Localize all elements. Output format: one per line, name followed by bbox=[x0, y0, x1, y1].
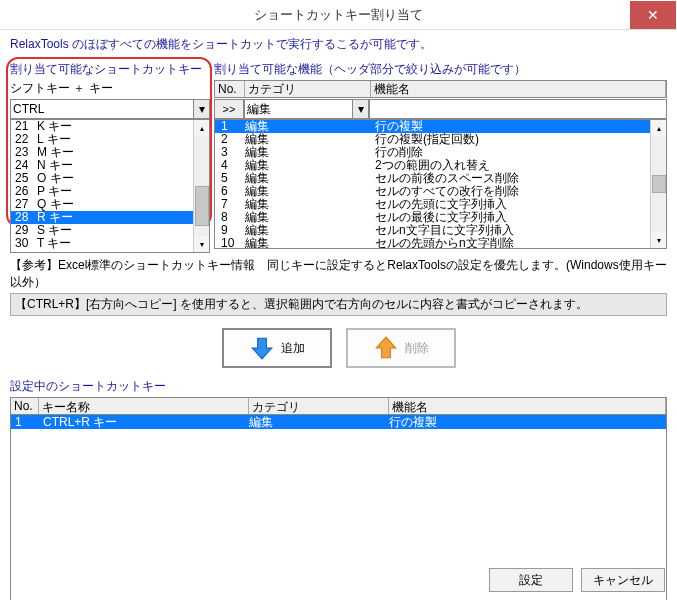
scroll-up-icon[interactable]: ▴ bbox=[651, 120, 667, 136]
cancel-button-label: キャンセル bbox=[593, 572, 653, 589]
ok-button[interactable]: 設定 bbox=[489, 568, 573, 592]
scrollbar[interactable]: ▴ ▾ bbox=[650, 120, 666, 248]
modifier-combo-value: CTRL bbox=[13, 102, 44, 116]
function-filter-input[interactable] bbox=[369, 99, 667, 119]
hdr-function[interactable]: 機能名 bbox=[371, 81, 666, 97]
add-button[interactable]: 追加 bbox=[222, 328, 332, 368]
titlebar: ショートカットキー割り当て ✕ bbox=[0, 0, 677, 30]
remove-button-label: 削除 bbox=[405, 340, 429, 357]
available-keys-panel: 割り当て可能なショートカットキー シフトキー ＋ キー CTRL ▾ 21K キ… bbox=[10, 61, 210, 253]
modifier-combo[interactable]: CTRL ▾ bbox=[10, 99, 210, 119]
scroll-down-icon[interactable]: ▾ bbox=[194, 236, 210, 252]
hdr-category[interactable]: カテゴリ bbox=[245, 81, 371, 97]
function-row[interactable]: 10編集セルの先頭からn文字削除 bbox=[215, 237, 666, 249]
assigned-header: No. キー名称 カテゴリ 機能名 bbox=[10, 397, 667, 415]
remove-button[interactable]: 削除 bbox=[346, 328, 456, 368]
scroll-thumb[interactable] bbox=[195, 186, 209, 226]
available-functions-panel: 割り当て可能な機能（ヘッダ部分で絞り込みが可能です） No. カテゴリ 機能名 … bbox=[214, 61, 667, 253]
intro-text: RelaxTools のほぼすべての機能をショートカットで実行するこるが可能です… bbox=[10, 34, 667, 61]
category-filter-value: 編集 bbox=[247, 101, 271, 118]
footer-buttons: 設定 キャンセル bbox=[489, 568, 665, 592]
arrow-down-icon bbox=[249, 335, 275, 361]
window-title: ショートカットキー割り当て bbox=[0, 6, 677, 24]
function-row[interactable]: 2編集行の複製(指定回数) bbox=[215, 133, 666, 146]
functions-grid[interactable]: 1編集行の複製2編集行の複製(指定回数)3編集行の削除4編集2つの範囲の入れ替え… bbox=[214, 119, 667, 249]
assigned-hdr-function[interactable]: 機能名 bbox=[389, 398, 666, 414]
keys-listbox[interactable]: 21K キー22L キー23M キー24N キー25O キー26P キー27Q … bbox=[10, 119, 210, 253]
functions-header: No. カテゴリ 機能名 bbox=[214, 80, 667, 98]
available-functions-title: 割り当て可能な機能（ヘッダ部分で絞り込みが可能です） bbox=[214, 61, 667, 78]
assigned-hdr-category[interactable]: カテゴリ bbox=[249, 398, 389, 414]
scrollbar[interactable]: ▴ ▾ bbox=[193, 120, 209, 252]
assigned-row[interactable]: 1CTRL+R キー編集行の複製 bbox=[11, 415, 666, 429]
chevron-down-icon: ▾ bbox=[352, 100, 368, 118]
reference-line1: 【参考】Excel標準のショートカットキー情報 同じキーに設定するとRelaxT… bbox=[10, 257, 667, 291]
hdr-no[interactable]: No. bbox=[215, 81, 245, 97]
close-button[interactable]: ✕ bbox=[630, 1, 676, 29]
ok-button-label: 設定 bbox=[519, 572, 543, 589]
reference-line2: 【CTRL+R】[右方向へコピー] を使用すると、選択範囲内で右方向のセルに内容… bbox=[10, 293, 667, 316]
cancel-button[interactable]: キャンセル bbox=[581, 568, 665, 592]
scroll-up-icon[interactable]: ▴ bbox=[194, 120, 210, 136]
key-list-item[interactable]: 30T キー bbox=[11, 237, 209, 250]
modifier-label: シフトキー ＋ キー bbox=[10, 80, 210, 97]
scroll-thumb[interactable] bbox=[652, 175, 666, 193]
assigned-hdr-key[interactable]: キー名称 bbox=[39, 398, 249, 414]
assigned-hdr-no[interactable]: No. bbox=[11, 398, 39, 414]
content-area: RelaxTools のほぼすべての機能をショートカットで実行するこるが可能です… bbox=[0, 30, 677, 600]
filter-expand-button[interactable]: >> bbox=[214, 99, 244, 119]
available-keys-title: 割り当て可能なショートカットキー bbox=[10, 61, 210, 78]
category-filter-combo[interactable]: 編集 ▾ bbox=[244, 99, 369, 119]
arrow-up-icon bbox=[373, 335, 399, 361]
chevron-down-icon: ▾ bbox=[193, 100, 209, 118]
close-icon: ✕ bbox=[647, 7, 659, 23]
add-button-label: 追加 bbox=[281, 340, 305, 357]
assigned-title: 設定中のショートカットキー bbox=[10, 378, 667, 395]
scroll-down-icon[interactable]: ▾ bbox=[651, 232, 667, 248]
